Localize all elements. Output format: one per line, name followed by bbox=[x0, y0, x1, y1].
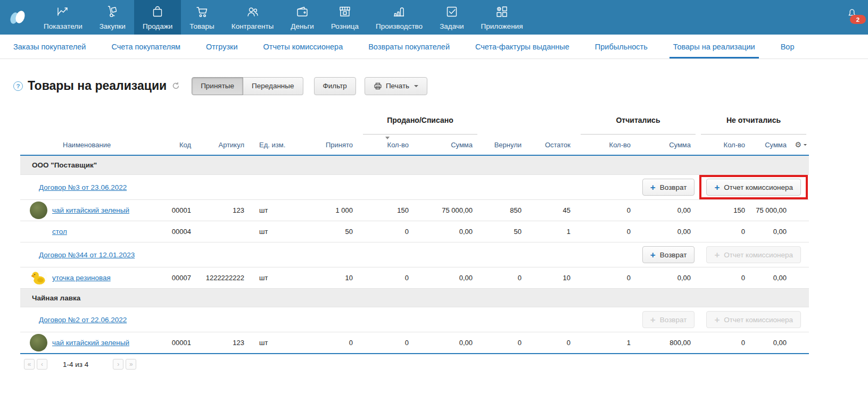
commissioner-report-button[interactable]: +Отчет комиссионера bbox=[706, 311, 801, 328]
cell-accepted: 0 bbox=[301, 339, 360, 347]
column-header-reported_sum[interactable]: Сумма bbox=[638, 135, 698, 155]
cell-code: 00004 bbox=[159, 228, 199, 236]
cell-reported_sum: 800,00 bbox=[638, 339, 698, 347]
product-link[interactable]: чай китайский зеленый bbox=[52, 339, 129, 347]
product-thumbnail bbox=[30, 269, 47, 287]
page-next-button[interactable]: › bbox=[113, 359, 123, 370]
band-spacer bbox=[529, 114, 578, 135]
contract-actions: +Возврат+Отчет комиссионера bbox=[642, 175, 808, 199]
subnav-tab[interactable]: Счета-фактуры выданные bbox=[475, 35, 569, 58]
nav-item-contractors[interactable]: Контрагенты bbox=[223, 0, 283, 35]
product-row: стол00004шт5000,0050100,0000,00 bbox=[20, 221, 809, 242]
product-link[interactable]: уточка резиновая bbox=[52, 274, 111, 282]
column-header-label: Кол-во bbox=[609, 141, 631, 149]
nav-item-label: Деньги bbox=[291, 22, 314, 30]
band-spacer bbox=[159, 114, 199, 135]
nav-item-purchases[interactable]: Закупки bbox=[91, 0, 134, 35]
moysklad-logo[interactable] bbox=[0, 0, 35, 35]
cell-article: 123 bbox=[199, 339, 252, 347]
subnav-tab[interactable]: Счета покупателям bbox=[111, 35, 180, 58]
nav-item-indicators[interactable]: Показатели bbox=[35, 0, 91, 35]
column-header-code[interactable]: Код bbox=[159, 135, 199, 155]
cell-reported_sum: 0,00 bbox=[638, 228, 698, 236]
return-button[interactable]: +Возврат bbox=[642, 311, 695, 328]
page-prev-button[interactable]: ‹ bbox=[37, 359, 47, 370]
return-button[interactable]: +Возврат bbox=[642, 179, 695, 196]
nav-item-production[interactable]: Производство bbox=[367, 0, 431, 35]
cell-unit: шт bbox=[252, 274, 301, 282]
column-header-unit[interactable]: Ед. изм. bbox=[252, 135, 301, 155]
subnav-tab[interactable]: Товары на реализации bbox=[673, 35, 755, 58]
page-title: Товары на реализации bbox=[28, 79, 167, 93]
contract-link[interactable]: Договор №3 от 23.06.2022 bbox=[39, 183, 127, 191]
column-header-reported_qty[interactable]: Кол-во bbox=[578, 135, 638, 155]
nav-item-money[interactable]: Деньги bbox=[282, 0, 323, 35]
print-button-label: Печать bbox=[386, 82, 409, 90]
subnav-tab[interactable]: Возвраты покупателей bbox=[368, 35, 450, 58]
cell-sold_sum: 0,00 bbox=[416, 339, 480, 347]
contract-row: Договор №344 от 12.01.2023+Возврат+Отчет… bbox=[20, 242, 809, 267]
column-header-sold_sum[interactable]: Сумма bbox=[416, 135, 480, 155]
column-header-sold_qty[interactable]: Кол-во bbox=[360, 135, 416, 155]
column-settings-button[interactable]: ⚙ bbox=[795, 141, 807, 148]
column-header-label: Ед. изм. bbox=[259, 141, 285, 149]
product-row: чай китайский зеленый00001123шт1 0001507… bbox=[20, 199, 809, 221]
page-last-button[interactable]: » bbox=[126, 359, 136, 370]
cell-unreported_sum: 0,00 bbox=[753, 274, 809, 282]
refresh-icon[interactable] bbox=[172, 82, 180, 90]
cell-unreported_sum: 0,00 bbox=[753, 339, 809, 347]
contract-link[interactable]: Договор №2 от 22.06.2022 bbox=[39, 316, 127, 324]
subnav-tab[interactable]: Вор bbox=[781, 35, 795, 58]
contract-actions: +Возврат+Отчет комиссионера bbox=[642, 242, 808, 267]
subnav-tab[interactable]: Прибыльность bbox=[595, 35, 648, 58]
column-header-remainder[interactable]: Остаток bbox=[529, 135, 578, 155]
column-header-label: Сумма bbox=[451, 141, 473, 149]
commissioner-report-button[interactable]: +Отчет комиссионера bbox=[706, 179, 801, 196]
nav-item-apps[interactable]: Приложения bbox=[472, 0, 531, 35]
page-first-button[interactable]: « bbox=[24, 359, 35, 370]
subnav-tab[interactable]: Отгрузки bbox=[206, 35, 237, 58]
consignment-table: Продано/СписаноОтчиталисьНе отчитались Н… bbox=[20, 114, 809, 354]
contract-row: Договор №3 от 23.06.2022+Возврат+Отчет к… bbox=[20, 174, 809, 199]
commissioner-report-button-label: Отчет комиссионера bbox=[724, 183, 793, 191]
column-header-label: Остаток bbox=[545, 141, 571, 149]
column-header-accepted[interactable]: Принято bbox=[301, 135, 360, 155]
column-header-unreported_sum[interactable]: Сумма⚙ bbox=[753, 135, 809, 155]
column-header-unreported_qty[interactable]: Кол-во bbox=[698, 135, 753, 155]
return-button[interactable]: +Возврат bbox=[642, 246, 695, 263]
cell-reported_qty: 0 bbox=[578, 274, 638, 282]
plus-icon: + bbox=[714, 250, 720, 259]
toggle-transferred-button[interactable]: Переданные bbox=[243, 77, 303, 95]
subnav-tab[interactable]: Заказы покупателей bbox=[13, 35, 86, 58]
notification-badge: 2 bbox=[850, 15, 866, 24]
product-link[interactable]: стол bbox=[52, 228, 67, 236]
cell-unit: шт bbox=[252, 339, 301, 347]
product-link[interactable]: чай китайский зеленый bbox=[52, 206, 129, 214]
plus-icon: + bbox=[714, 183, 720, 192]
moysklad-logo-icon bbox=[7, 9, 28, 26]
column-group-header: Не отчитались bbox=[698, 114, 809, 135]
nav-item-goods[interactable]: Товары bbox=[181, 0, 222, 35]
product-row: уточка резиновая000071222222222шт1000,00… bbox=[20, 267, 809, 288]
nav-item-sales[interactable]: Продажи bbox=[134, 0, 181, 35]
column-header-returned[interactable]: Вернули bbox=[480, 135, 529, 155]
cell-code: 00001 bbox=[159, 206, 199, 214]
nav-item-label: Товары bbox=[189, 22, 214, 30]
help-icon[interactable]: ? bbox=[13, 81, 23, 91]
nav-item-retail[interactable]: Розница bbox=[323, 0, 367, 35]
cell-unreported_qty: 0 bbox=[698, 228, 753, 236]
commissioner-report-button[interactable]: +Отчет комиссионера bbox=[706, 246, 801, 263]
table-body: ООО "Поставщик"Договор №3 от 23.06.2022+… bbox=[20, 156, 809, 354]
filter-button[interactable]: Фильтр bbox=[314, 77, 356, 95]
nav-item-tasks[interactable]: Задачи bbox=[431, 0, 472, 35]
contract-link[interactable]: Договор №344 от 12.01.2023 bbox=[39, 251, 135, 259]
column-header-article[interactable]: Артикул bbox=[199, 135, 252, 155]
toggle-accepted-button[interactable]: Принятые bbox=[192, 77, 243, 95]
notifications-button[interactable]: 2 bbox=[846, 6, 858, 21]
subnav-tab[interactable]: Отчеты комиссионера bbox=[263, 35, 343, 58]
print-button[interactable]: Печать bbox=[365, 77, 427, 95]
commissioner-report-button-label: Отчет комиссионера bbox=[724, 316, 793, 324]
column-header-name[interactable]: Наименование bbox=[20, 135, 159, 155]
group-row: ООО "Поставщик" bbox=[20, 156, 809, 174]
goods-icon bbox=[195, 5, 209, 20]
